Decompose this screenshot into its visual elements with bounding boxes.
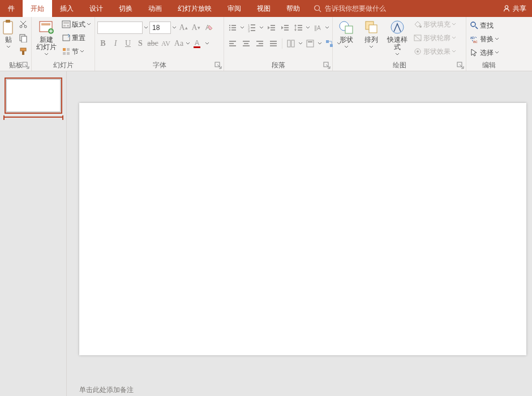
- cut-button[interactable]: [17, 18, 29, 31]
- justify-button[interactable]: [267, 37, 280, 50]
- svg-rect-42: [271, 29, 275, 31]
- new-slide-button[interactable]: 新建 幻灯片: [34, 18, 58, 57]
- drawing-launcher[interactable]: [457, 62, 465, 70]
- numbering-button[interactable]: 123: [246, 21, 258, 34]
- paste-label: 贴: [5, 36, 12, 44]
- format-painter-button[interactable]: [17, 45, 29, 58]
- paintbrush-icon: [19, 47, 28, 56]
- slide-canvas-area[interactable]: 单击此处添加备注: [67, 71, 532, 396]
- scissors-icon: [19, 20, 28, 29]
- quick-styles-label: 快速样式: [385, 36, 410, 51]
- replace-button[interactable]: abac 替换: [469, 33, 500, 45]
- shape-fill-button[interactable]: 形状填充: [412, 18, 457, 31]
- align-left-icon: [228, 39, 237, 48]
- svg-rect-18: [67, 25, 69, 27]
- chevron-down-icon: [240, 25, 244, 30]
- font-size-value: 18: [152, 24, 160, 32]
- decrease-indent-button[interactable]: [265, 21, 277, 34]
- dialog-launcher-icon: [22, 62, 30, 70]
- underline-button[interactable]: U: [122, 37, 134, 50]
- clear-formatting-button[interactable]: A: [203, 21, 215, 34]
- svg-rect-61: [270, 41, 277, 42]
- grow-font-button[interactable]: A▴: [178, 21, 189, 34]
- change-case-button[interactable]: Aa: [173, 37, 185, 50]
- tab-design[interactable]: 设计: [81, 0, 111, 17]
- align-center-button[interactable]: [240, 37, 252, 50]
- tab-insert[interactable]: 插入: [52, 0, 81, 17]
- align-text-button[interactable]: [304, 37, 316, 50]
- font-size-combo[interactable]: 18: [149, 21, 171, 34]
- tab-transitions[interactable]: 切换: [111, 0, 140, 17]
- chevron-down-icon: [44, 52, 49, 57]
- align-left-button[interactable]: [226, 37, 239, 50]
- copy-button[interactable]: [17, 32, 29, 44]
- tab-animations[interactable]: 动画: [140, 0, 170, 17]
- shape-outline-button[interactable]: 形状轮廓: [412, 32, 457, 44]
- chevron-down-icon: [395, 52, 400, 57]
- font-name-dropdown[interactable]: [144, 21, 148, 34]
- bullets-button[interactable]: [226, 21, 239, 34]
- strikethrough-button[interactable]: abc: [147, 37, 158, 50]
- svg-point-30: [229, 27, 230, 28]
- chevron-down-icon: [87, 22, 91, 27]
- slide-canvas[interactable]: [79, 103, 526, 355]
- shrink-font-button[interactable]: A▾: [190, 21, 201, 34]
- text-direction-icon: ‖A: [313, 23, 322, 32]
- tab-review[interactable]: 审阅: [220, 0, 249, 17]
- dialog-launcher-icon: [214, 62, 222, 70]
- italic-button[interactable]: I: [110, 37, 121, 50]
- shape-effects-button[interactable]: 形状效果: [412, 45, 457, 58]
- svg-rect-53: [229, 43, 234, 44]
- line-spacing-button[interactable]: [292, 21, 304, 34]
- select-button[interactable]: 选择: [469, 46, 500, 59]
- tab-view[interactable]: 视图: [249, 0, 278, 17]
- bold-button[interactable]: B: [97, 37, 109, 50]
- svg-rect-8: [22, 36, 27, 42]
- notes-placeholder[interactable]: 单击此处添加备注: [79, 385, 134, 395]
- layout-label: 版式: [72, 20, 85, 29]
- svg-rect-20: [63, 48, 66, 51]
- svg-rect-62: [270, 43, 277, 44]
- shapes-button[interactable]: 形状: [335, 18, 358, 49]
- columns-button[interactable]: [285, 37, 297, 50]
- font-size-dropdown[interactable]: [172, 21, 177, 34]
- svg-rect-44: [284, 27, 289, 28]
- font-launcher[interactable]: [214, 62, 222, 70]
- share-button[interactable]: 共享: [497, 0, 532, 17]
- font-name-combo[interactable]: [97, 21, 143, 34]
- section-label: 节: [72, 47, 79, 57]
- slide-thumbnail-panel[interactable]: [0, 71, 67, 396]
- ribbon: 贴 贴板 新建 幻灯片: [0, 17, 532, 71]
- chevron-down-icon: [144, 25, 148, 30]
- svg-rect-41: [271, 27, 275, 28]
- slide-thumbnail-1[interactable]: [6, 79, 61, 112]
- arrange-button[interactable]: 排列: [360, 18, 383, 49]
- text-direction-button[interactable]: ‖A: [311, 21, 324, 34]
- clipboard-launcher[interactable]: [22, 62, 30, 70]
- text-shadow-button[interactable]: S: [135, 37, 146, 50]
- svg-rect-4: [6, 20, 10, 23]
- section-button[interactable]: 节: [61, 45, 92, 58]
- svg-rect-33: [231, 29, 236, 31]
- paste-button[interactable]: 贴: [2, 18, 15, 49]
- align-right-icon: [255, 39, 264, 48]
- char-spacing-button[interactable]: AV: [160, 37, 172, 50]
- align-right-button[interactable]: [254, 37, 266, 50]
- group-editing-title: 编辑: [469, 61, 509, 71]
- quick-styles-button[interactable]: 快速样式: [385, 18, 410, 57]
- font-color-button[interactable]: A: [191, 37, 204, 50]
- section-icon: [62, 47, 71, 56]
- paragraph-launcher[interactable]: [323, 62, 331, 70]
- tell-me-search[interactable]: 告诉我你想要做什么: [308, 0, 392, 17]
- tab-slideshow[interactable]: 幻灯片放映: [170, 0, 220, 17]
- tab-help[interactable]: 帮助: [278, 0, 308, 17]
- increase-indent-button[interactable]: [278, 21, 291, 34]
- reset-button[interactable]: 重置: [61, 32, 92, 44]
- tab-home[interactable]: 开始: [23, 0, 52, 17]
- find-button[interactable]: 查找: [469, 19, 500, 32]
- layout-button[interactable]: 版式: [61, 18, 92, 31]
- align-vertical-icon: [306, 39, 315, 48]
- svg-point-79: [417, 50, 419, 53]
- tab-file[interactable]: 件: [0, 0, 23, 17]
- svg-text:‖A: ‖A: [314, 25, 321, 31]
